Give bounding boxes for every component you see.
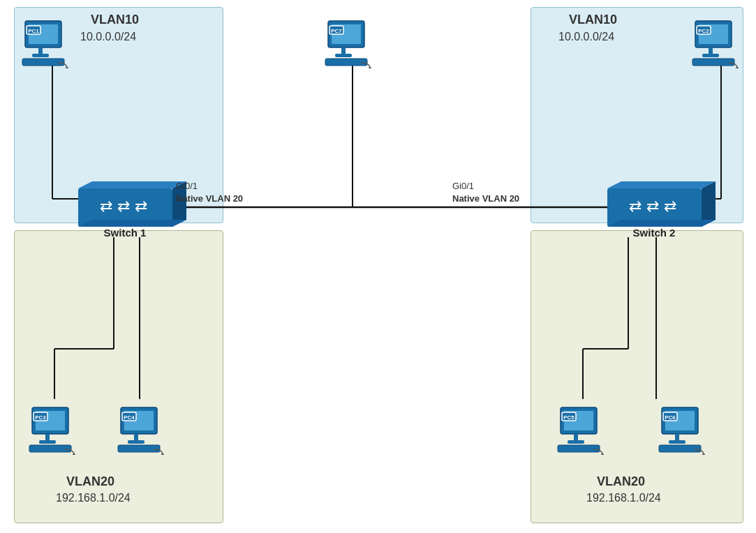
- svg-rect-18: [22, 59, 64, 66]
- svg-rect-65: [335, 54, 352, 57]
- pc2-icon: PC2: [690, 13, 746, 68]
- svg-text:PC7: PC7: [331, 28, 342, 34]
- svg-rect-26: [692, 59, 734, 66]
- svg-text:PC5: PC5: [563, 414, 575, 421]
- svg-rect-25: [702, 54, 719, 57]
- svg-point-69: [369, 67, 371, 68]
- svg-point-53: [601, 453, 604, 455]
- svg-point-45: [161, 453, 164, 455]
- switch1-icon: ⇄ ⇄ ⇄ Switch 1: [64, 178, 186, 241]
- svg-rect-49: [568, 440, 584, 444]
- svg-point-37: [73, 453, 75, 455]
- svg-marker-70: [78, 181, 186, 188]
- svg-rect-40: [134, 434, 138, 441]
- subnet-vlan20-left: 192.168.1.0/24: [56, 492, 131, 504]
- subnet-vlan10-right: 10.0.0.0/24: [558, 31, 614, 43]
- svg-rect-42: [118, 445, 160, 452]
- subnet-vlan20-right: 192.168.1.0/24: [586, 492, 661, 504]
- zone-vlan20-left: [14, 230, 223, 523]
- svg-text:⇄: ⇄: [117, 197, 130, 215]
- svg-rect-16: [38, 47, 43, 54]
- svg-point-29: [736, 67, 739, 68]
- network-diagram: VLAN10 10.0.0.0/24 VLAN20 192.168.1.0/24…: [0, 0, 756, 533]
- pc6-icon: PC6: [656, 399, 712, 455]
- svg-rect-50: [558, 445, 600, 452]
- svg-marker-73: [78, 220, 186, 227]
- svg-marker-78: [607, 181, 716, 188]
- svg-text:PC1: PC1: [28, 28, 39, 34]
- svg-rect-32: [45, 434, 50, 441]
- svg-text:Switch 1: Switch 1: [104, 227, 147, 239]
- switch2-icon: ⇄ ⇄ ⇄ Switch 2: [593, 178, 716, 241]
- switch1-trunk-port-label: Gi0/1 Native VLAN 20: [176, 180, 243, 205]
- pc7-icon: PC7: [323, 13, 378, 68]
- svg-rect-58: [659, 445, 701, 452]
- svg-rect-34: [29, 445, 71, 452]
- svg-point-61: [702, 453, 705, 455]
- svg-text:Switch 2: Switch 2: [633, 227, 676, 239]
- svg-text:⇄: ⇄: [646, 197, 659, 215]
- subnet-vlan10-left: 10.0.0.0/24: [80, 31, 136, 43]
- svg-rect-48: [574, 434, 578, 441]
- svg-rect-57: [669, 440, 685, 444]
- svg-text:⇄: ⇄: [100, 197, 112, 215]
- pc4-icon: PC4: [115, 399, 171, 455]
- svg-text:⇄: ⇄: [629, 197, 642, 215]
- label-vlan20-left: VLAN20: [66, 474, 114, 489]
- svg-marker-81: [607, 220, 716, 227]
- pc1-icon: PC1: [20, 13, 75, 68]
- svg-rect-24: [709, 47, 713, 54]
- switch2-trunk-port-label: Gi0/1 Native VLAN 20: [452, 180, 519, 205]
- svg-rect-66: [325, 59, 367, 66]
- svg-rect-33: [39, 440, 56, 444]
- svg-rect-64: [341, 47, 346, 54]
- svg-rect-17: [32, 54, 49, 57]
- svg-point-21: [66, 67, 68, 68]
- pc3-icon: PC3: [27, 399, 82, 455]
- svg-text:PC3: PC3: [35, 414, 46, 421]
- label-vlan10-left: VLAN10: [91, 13, 139, 27]
- svg-text:PC6: PC6: [665, 414, 676, 421]
- svg-text:⇄: ⇄: [135, 197, 147, 215]
- label-vlan20-right: VLAN20: [597, 474, 645, 489]
- svg-rect-56: [675, 434, 679, 441]
- svg-rect-41: [128, 440, 144, 444]
- label-vlan10-right: VLAN10: [569, 13, 617, 27]
- svg-text:⇄: ⇄: [664, 197, 676, 215]
- pc5-icon: PC5: [555, 399, 611, 455]
- svg-text:PC4: PC4: [124, 414, 135, 421]
- svg-text:PC2: PC2: [698, 28, 709, 34]
